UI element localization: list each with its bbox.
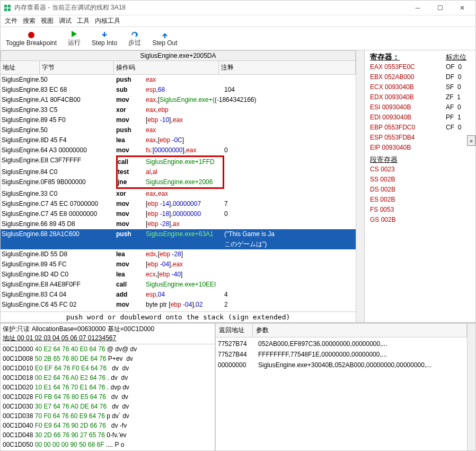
hex-pane[interactable]: 保护:只读 AllocationBase=00630000 基址=00C1D00… (1, 324, 216, 450)
segment-row: SS 002B (370, 175, 444, 185)
minimize-button[interactable]: ─ (407, 1, 429, 15)
disasm-row[interactable]: SiglusEngine.89 45 F0mov[ebp -10],eax (1, 115, 356, 125)
stack-row[interactable]: 77527B74052AB000,EF897C36,00000000,00000… (218, 339, 465, 349)
toggle-breakpoint-button[interactable]: Toggle Breakpoint (3, 30, 60, 48)
disasm-row[interactable]: SiglusEngine.50pusheax (1, 125, 356, 135)
registers-title: 寄存器： (370, 53, 444, 62)
close-button[interactable]: ✕ (451, 1, 473, 15)
disasm-row[interactable]: SiglusEngine.68 28A1C600pushSiglusEngine… (1, 229, 356, 239)
disasm-row[interactable]: SiglusEngine.8D 4D C0leaecx,[ebp -40] (1, 270, 356, 280)
disassembly-pane[interactable]: SiglusEngine.exe+2005DA 地址 字节 操作码 注释 Sig… (1, 50, 356, 322)
register-row: EAX 0553FE0C (370, 62, 444, 72)
menu-tools[interactable]: 工具 (77, 16, 90, 25)
hex-row[interactable]: 00C1D000 40 E2 64 76 40 E0 64 76 @ dv@ d… (3, 344, 213, 354)
disasm-row[interactable]: SiglusEngine.83 EC 68subesp,68104 (1, 85, 356, 95)
window-title: 内存查看器 - 当前正在调试的线程 3A18 (14, 3, 407, 12)
segment-row: CS 0023 (370, 164, 444, 175)
menu-file[interactable]: 文件 (5, 16, 17, 25)
hex-row[interactable]: 00C1D050 00 00 00 00 90 50 68 6F .... P … (3, 440, 213, 449)
disasm-row[interactable]: SiglusEngine.8D 55 D8leaedx,[ebp -28] (1, 249, 356, 259)
step-out-icon (161, 31, 169, 39)
stack-scrollbar[interactable] (467, 324, 475, 450)
register-row: EBX 052AB000 (370, 72, 444, 82)
hex-columns: 地址 00 01 02 03 04 05 06 07 01234567 (3, 334, 213, 343)
hex-row[interactable]: 00C1D030 30 E7 64 76 A0 DE 64 76 dv dv (3, 402, 213, 411)
hex-row[interactable]: 00C1D020 10 E1 64 76 70 E1 64 76 . dvp d… (3, 383, 213, 392)
segment-row: DS 002B (370, 185, 444, 195)
flag-row: SF 0 (446, 82, 472, 92)
step-into-icon (100, 31, 109, 39)
flag-row: ZF 1 (446, 92, 472, 102)
disasm-row[interactable]: SiglusEngine.84 C0testal,al (1, 167, 356, 177)
register-row: EIP 0093040B (370, 143, 444, 153)
stack-row[interactable]: 77527B44FFFFFFFF,77548F1E,00000000,00000… (218, 349, 465, 360)
register-row: ESP 0553FDB4 (370, 133, 444, 143)
segment-title: 段寄存器 (370, 155, 444, 164)
disasm-row[interactable]: SiglusEngine.E8 A4E8F0FFcallSiglusEngine… (1, 280, 356, 290)
flag-row: PF 1 (446, 112, 472, 123)
segment-row: FS 0053 (370, 205, 444, 215)
play-icon (70, 30, 78, 38)
disasm-row[interactable]: SiglusEngine.89 45 FCmov[ebp -04],eax (1, 259, 356, 270)
hex-row[interactable]: 00C1D018 00 E2 64 76 A0 E2 64 76 . dv dv (3, 373, 213, 383)
hex-row[interactable]: 00C1D038 70 F0 64 76 60 E9 64 76 p dv` d… (3, 411, 213, 421)
disasm-row[interactable]: SiglusEngine.33 C5xoreax,ebp (1, 105, 356, 115)
menubar: 文件 搜索 视图 调试 工具 内核工具 (1, 15, 475, 27)
hex-row[interactable]: 00C1D028 F0 FB 64 76 80 E5 64 76 dv dv (3, 392, 213, 402)
menu-debug[interactable]: 调试 (59, 16, 72, 25)
disasm-row[interactable]: SiglusEngine.66 89 45 D8mov[ebp -28],ax (1, 219, 356, 229)
disasm-row[interactable]: SiglusEngine.0F85 9B000000jneSiglusEngin… (1, 177, 356, 189)
stack-row[interactable]: 00000000SiglusEngine.exe+30040B,052AB000… (218, 360, 465, 370)
run-button[interactable]: 运行 (62, 29, 86, 48)
svg-point-0 (28, 32, 34, 38)
disasm-row[interactable]: SiglusEngine.C7 45 EC 07000000mov[ebp -1… (1, 199, 356, 209)
breakpoint-icon (27, 31, 36, 39)
hex-protect: 保护:只读 AllocationBase=00630000 基址=00C1D00… (3, 325, 213, 334)
disasm-row[interactable]: SiglusEngine.50pusheax (1, 75, 356, 85)
step-over-button[interactable]: 步过 (122, 29, 147, 48)
hex-row[interactable]: 00C1D040 F0 E9 64 76 90 2D 66 76 dv -fv (3, 421, 213, 430)
toolbar: Toggle Breakpoint 运行 Step Into 步过 Step O… (1, 27, 475, 50)
disasm-row[interactable]: SiglusEngine.83 C4 04addesp,044 (1, 290, 356, 300)
module-header: SiglusEngine.exe+2005DA (1, 50, 356, 61)
disasm-row[interactable]: SiglusEngine.C7 45 E8 00000000mov[ebp -1… (1, 209, 356, 219)
flag-row: DF 0 (446, 72, 472, 82)
step-into-button[interactable]: Step Into (89, 30, 120, 48)
disassembly-header: 地址 字节 操作码 注释 (1, 61, 356, 75)
flag-row: AF 0 (446, 102, 472, 112)
menu-search[interactable]: 搜索 (23, 16, 36, 25)
disasm-row[interactable]: SiglusEngine.E8 C3F7FFFFcallSiglusEngine… (1, 155, 356, 167)
flag-row: CF 0 (446, 123, 472, 133)
register-row: ECX 0093040B (370, 82, 444, 92)
hex-row[interactable]: 00C1D010 E0 EF 64 76 F0 E4 64 76 dv dv (3, 363, 213, 373)
hex-row[interactable]: 00C1D008 50 2B 65 76 80 DE 64 76 P+ev dv (3, 354, 213, 363)
segment-row: ES 002B (370, 195, 444, 205)
hex-row[interactable]: 00C1D048 30 2D 66 76 90 27 65 76 0-fv.'e… (3, 430, 213, 440)
stack-header: 返回地址 参数 (216, 324, 467, 337)
flags-title: 标志位 (446, 53, 472, 62)
register-row: EDI 0093040B (370, 112, 444, 123)
app-icon (3, 3, 12, 13)
register-row: EBP 0553FDC0 (370, 123, 444, 133)
register-row: ESI 0093040B (370, 102, 444, 112)
expand-button[interactable]: » (467, 135, 475, 146)
step-out-button[interactable]: Step Out (149, 30, 180, 48)
flag-row: OF 0 (446, 62, 472, 72)
disasm-row[interactable]: SiglusEngine.C6 45 FC 02movbyte ptr [ebp… (1, 300, 356, 310)
stack-pane[interactable]: 返回地址 参数 77527B74052AB000,EF897C36,000000… (216, 324, 467, 450)
titlebar: 内存查看器 - 当前正在调试的线程 3A18 ─ ☐ ✕ (1, 1, 475, 15)
disasm-scrollbar[interactable] (356, 50, 364, 322)
register-row: EDX 0093040B (370, 92, 444, 102)
maximize-button[interactable]: ☐ (429, 1, 451, 15)
segment-row: GS 002B (370, 215, 444, 225)
disasm-row[interactable]: SiglusEngine.8D 45 F4leaeax,[ebp -0C] (1, 135, 356, 145)
step-over-icon (130, 30, 139, 38)
disasm-row[interactable]: SiglusEngine.33 C0xoreax,eax (1, 189, 356, 199)
disasm-row[interactable]: SiglusEngine.A1 80F4CB00moveax,[SiglusEn… (1, 95, 356, 105)
menu-kernel[interactable]: 内核工具 (95, 16, 120, 25)
disasm-row[interactable]: SiglusEngine.64 A3 00000000movfs:[000000… (1, 145, 356, 155)
menu-view[interactable]: 视图 (41, 16, 54, 25)
status-line: push word or doubleword onto the stack (… (1, 311, 356, 322)
registers-pane: 寄存器： EAX 0553FE0CEBX 052AB000ECX 0093040… (364, 50, 475, 322)
